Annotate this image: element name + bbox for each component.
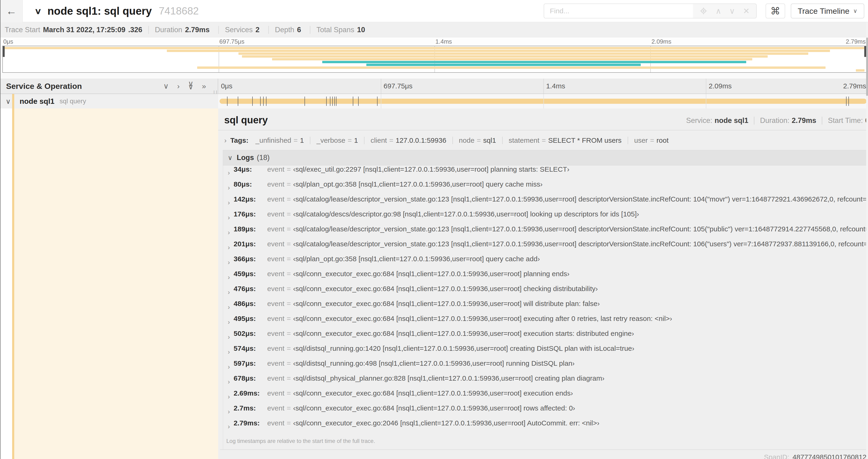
minimap-left-handle[interactable] — [3, 46, 5, 57]
log-timestamp: 2.79ms: — [234, 419, 264, 427]
tag-pill[interactable]: statement=SELECT * FROM users — [509, 136, 622, 144]
trace-collapse-chevron-icon[interactable]: ∨ — [34, 6, 42, 16]
view-selector-button[interactable]: Trace Timeline ∨ — [791, 3, 864, 19]
back-button[interactable]: ← — [0, 0, 23, 22]
expand-one-icon[interactable]: › — [177, 82, 180, 90]
log-entry-row[interactable]: ›80μs:event=‹sql/plan_opt.go:358 [nsql1,… — [223, 180, 868, 195]
span-collapse-chevron-icon[interactable]: ∨ — [6, 97, 11, 105]
minimap-span-bar — [197, 66, 826, 69]
log-expand-icon[interactable]: › — [228, 259, 230, 266]
log-entry-row[interactable]: ›34μs:event=‹sql/exec_util.go:2297 [nsql… — [223, 165, 868, 180]
log-entry-row[interactable]: ›142μs:event=‹sql/catalog/lease/descript… — [223, 195, 868, 210]
collapse-deep-icon[interactable]: ∨∨ — [188, 82, 193, 89]
logs-block: ∨ Logs (18) ›34μs:event=‹sql/exec_util.g… — [223, 150, 868, 450]
summary-label: Duration — [155, 26, 182, 34]
tag-pill[interactable]: _verbose=1 — [316, 136, 358, 144]
scrollbar-thumb[interactable] — [866, 38, 868, 96]
ruler-tick-label: 697.75μs — [383, 82, 412, 90]
log-expand-icon[interactable]: › — [228, 229, 230, 236]
trace-id-short: 7418682 — [159, 5, 199, 17]
spanid-value: 4877749850101760812 — [793, 453, 867, 459]
page-scrollbar[interactable] — [866, 22, 868, 459]
log-expand-icon[interactable]: › — [228, 289, 230, 296]
log-entry-row[interactable]: ›459μs:event=‹sql/conn_executor_exec.go:… — [223, 270, 868, 285]
span-duration-bar[interactable] — [220, 99, 867, 104]
summary-value: March 31 2022, 17:25:09 — [43, 26, 125, 34]
tag-pill[interactable]: node=sql1 — [459, 136, 496, 144]
log-entry-row[interactable]: ›502μs:event=‹sql/conn_executor_exec.go:… — [223, 330, 868, 345]
log-equals: = — [287, 359, 291, 367]
log-event-tick — [252, 97, 253, 106]
log-field-key: event — [267, 330, 284, 337]
minimap-span-bar — [239, 53, 808, 55]
log-expand-icon[interactable]: › — [228, 408, 230, 415]
ruler-tick-label: 1.4ms — [546, 82, 565, 90]
find-next-icon[interactable]: ∨ — [729, 7, 735, 15]
log-field-value: ‹sql/conn_executor_exec.go:684 [nsql1,cl… — [293, 404, 575, 412]
tags-expand-icon[interactable]: › — [224, 136, 226, 144]
command-icon: ⌘ — [771, 5, 780, 17]
summary-item: Trace StartMarch 31 2022, 17:25:09.326 — [5, 26, 142, 34]
log-entry-row[interactable]: ›366μs:event=‹sql/plan_opt.go:358 [nsql1… — [223, 255, 868, 270]
tag-equals: = — [293, 136, 298, 144]
minimap-gap — [0, 73, 868, 78]
tag-pill[interactable]: user=root — [634, 136, 669, 144]
log-expand-icon[interactable]: › — [228, 199, 230, 206]
log-entry-row[interactable]: ›597μs:event=‹sql/distsql_running.go:498… — [223, 359, 868, 374]
log-entry-row[interactable]: ›495μs:event=‹sql/conn_executor_exec.go:… — [223, 315, 868, 330]
log-field-value: ‹sql/conn_executor_exec.go:684 [nsql1,cl… — [293, 300, 600, 308]
log-entry-row[interactable]: ›176μs:event=‹sql/catalog/descs/descript… — [223, 210, 868, 225]
minimap-right-handle[interactable] — [864, 46, 866, 57]
log-expand-icon[interactable]: › — [228, 333, 230, 341]
find-input[interactable] — [544, 3, 693, 19]
log-expand-icon[interactable]: › — [228, 303, 230, 311]
page-title: node sql1: sql query — [48, 5, 152, 17]
find-prev-icon[interactable]: ∧ — [715, 7, 721, 15]
logs-header[interactable]: ∨ Logs (18) — [223, 150, 868, 165]
collapse-all-icon[interactable]: ∨ — [163, 82, 169, 90]
expanded-span-tint — [14, 108, 218, 459]
focus-target-icon[interactable] — [700, 7, 708, 15]
log-entry-row[interactable]: ›2.7ms:event=‹sql/conn_executor_exec.go:… — [223, 404, 868, 419]
log-expand-icon[interactable]: › — [228, 169, 230, 176]
detail-header: sql query Service:node sql1Duration:2.79… — [218, 108, 868, 130]
expand-deep-icon[interactable]: » — [202, 82, 206, 90]
log-entry-row[interactable]: ›2.69ms:event=‹sql/conn_executor_exec.go… — [223, 389, 868, 404]
tag-pill[interactable]: _unfinished=1 — [255, 136, 304, 144]
log-entry-row[interactable]: ›476μs:event=‹sql/conn_executor_exec.go:… — [223, 285, 868, 300]
tags-label[interactable]: Tags: — [230, 136, 248, 144]
log-expand-icon[interactable]: › — [228, 363, 230, 371]
log-event-tick — [846, 97, 846, 106]
log-expand-icon[interactable]: › — [228, 423, 230, 430]
log-expand-icon[interactable]: › — [228, 378, 230, 386]
minimap-span-bar — [167, 50, 830, 52]
log-expand-icon[interactable]: › — [228, 184, 230, 192]
minimap-span-bar — [856, 69, 865, 72]
trace-minimap[interactable] — [2, 46, 867, 73]
log-entry-row[interactable]: ›574μs:event=‹sql/distsql_running.go:142… — [223, 345, 868, 359]
log-expand-icon[interactable]: › — [228, 214, 230, 221]
span-row-name-cell[interactable]: ∨ node sql1 sql query — [0, 94, 218, 108]
log-entry-row[interactable]: ›189μs:event=‹sql/catalog/lease/descript… — [223, 225, 868, 240]
log-entry-row[interactable]: ›678μs:event=‹sql/distsql_physical_plann… — [223, 374, 868, 389]
log-field-value: ‹sql/plan_opt.go:358 [nsql1,client=127.0… — [293, 255, 540, 263]
log-expand-icon[interactable]: › — [228, 273, 230, 281]
tag-equals: = — [389, 136, 394, 144]
log-entry-row[interactable]: ›486μs:event=‹sql/conn_executor_exec.go:… — [223, 300, 868, 315]
log-expand-icon[interactable]: › — [228, 318, 230, 326]
log-field-key: event — [267, 419, 284, 427]
log-entry-row[interactable]: ›201μs:event=‹sql/catalog/lease/descript… — [223, 240, 868, 255]
span-bar-cell[interactable] — [218, 94, 868, 108]
find-clear-icon[interactable]: ✕ — [743, 7, 750, 15]
log-expand-icon[interactable]: › — [228, 244, 230, 251]
log-expand-icon[interactable]: › — [228, 348, 230, 356]
log-entry-row[interactable]: ›2.79ms:event=‹sql/conn_executor_exec.go… — [223, 419, 868, 434]
chevron-down-icon: ∨ — [853, 8, 857, 14]
log-timestamp: 495μs: — [234, 315, 264, 323]
tag-divider — [628, 137, 628, 144]
summary-item: Services2 — [225, 26, 262, 34]
log-timestamp: 80μs: — [234, 180, 264, 188]
keyboard-shortcuts-button[interactable]: ⌘ — [766, 3, 785, 19]
tag-pill[interactable]: client=127.0.0.1:59936 — [371, 136, 446, 144]
log-expand-icon[interactable]: › — [228, 393, 230, 400]
